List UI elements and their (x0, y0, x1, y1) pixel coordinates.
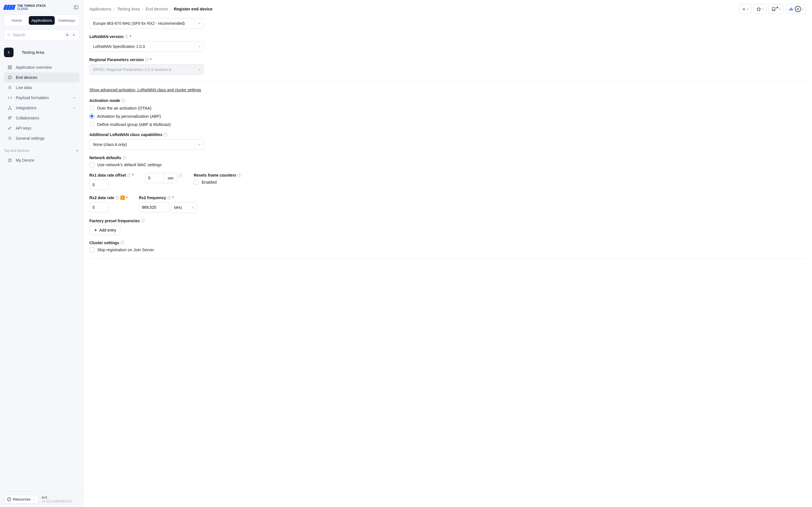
add-menu-button[interactable]: ▾ (739, 4, 751, 14)
rx2-frequency-unit-select[interactable]: MHz (171, 202, 197, 213)
help-icon[interactable]: ? (121, 99, 125, 103)
activation-abp-radio[interactable]: Activation by personalization (ABP) (89, 114, 806, 119)
resources-button[interactable]: Resources (4, 495, 39, 504)
star-menu-button[interactable]: ▾ (754, 4, 766, 14)
nav-integrations[interactable]: Integrations (4, 103, 80, 113)
help-icon[interactable]: ? (145, 58, 149, 62)
warning-icon[interactable]: ! (120, 195, 125, 200)
breadcrumb-current: Register end device (174, 7, 213, 11)
breadcrumb-applications[interactable]: Applications (89, 7, 111, 11)
plus-icon (742, 7, 746, 11)
rx2-frequency-input[interactable] (139, 202, 169, 212)
breadcrumb: Applications › Testing Area › End device… (89, 7, 213, 11)
frequency-plan-select[interactable]: Europe 863-870 MHz (SF9 for RX2 - recomm… (89, 18, 204, 29)
chevron-down-icon (195, 139, 203, 150)
nav-live-data[interactable]: Live data (4, 82, 80, 93)
help-icon[interactable]: ? (115, 196, 119, 200)
nav-payload-formatters[interactable]: Payload formatters (4, 93, 80, 103)
top-end-devices-header: Top end devices (4, 149, 29, 153)
svg-point-23 (8, 117, 10, 118)
help-icon[interactable]: ? (141, 219, 145, 223)
svg-rect-45 (790, 8, 791, 11)
class-capabilities-select[interactable]: None (class A only) (89, 139, 204, 150)
search-input[interactable] (13, 33, 62, 37)
add-entry-button[interactable]: Add entry (89, 225, 120, 235)
gear-icon (7, 136, 12, 141)
cluster-settings-label: Cluster settings (89, 240, 119, 245)
integrations-icon (7, 105, 12, 110)
nav-general-settings[interactable]: General settings (4, 133, 80, 144)
add-top-device-button[interactable] (75, 149, 80, 153)
nav-collaborators[interactable]: Collaborators (4, 113, 80, 123)
tab-home[interactable]: Home (5, 16, 28, 25)
code-icon (7, 95, 12, 100)
rx1-delay-unit: sec (164, 173, 177, 183)
advanced-settings-toggle[interactable]: Show advanced activation, LoRaWAN class … (89, 88, 201, 92)
svg-point-26 (9, 138, 10, 139)
chevron-down-icon (195, 18, 203, 29)
checkbox-icon (89, 247, 94, 252)
checkbox-icon (89, 162, 94, 167)
activation-multicast-radio[interactable]: Define multicast group (ABP & Multicast) (89, 122, 806, 127)
lorawan-version-select[interactable]: LoRaWAN Specification 1.0.3 (89, 41, 204, 52)
help-icon[interactable]: ? (238, 173, 241, 177)
chevron-down-icon: ▾ (747, 8, 749, 11)
nav-end-devices[interactable]: End devices (4, 72, 80, 82)
inbox-menu-button[interactable]: ▾ (769, 4, 783, 14)
chevron-down-icon (195, 64, 203, 75)
activation-otaa-radio[interactable]: Over the air activation (OTAA) (89, 106, 806, 110)
help-icon[interactable]: ? (167, 196, 171, 200)
user-menu-button[interactable]: ▾ (786, 4, 806, 14)
regional-parameters-label: Regional Parameters version (89, 57, 144, 62)
breadcrumb-testing-area[interactable]: Testing Area (117, 7, 140, 11)
divider (89, 81, 806, 81)
help-icon[interactable]: ? (122, 156, 126, 160)
search-icon (7, 33, 10, 37)
checkbox-icon (194, 180, 199, 185)
skip-join-server-checkbox[interactable]: Skip registration on Join Server (89, 247, 806, 252)
rx1-delay-input[interactable] (145, 173, 164, 183)
help-icon[interactable]: ? (163, 133, 167, 136)
rx1-offset-input[interactable] (89, 180, 109, 190)
resets-frame-counters-checkbox[interactable]: Enabled (194, 180, 241, 185)
svg-rect-29 (9, 159, 11, 161)
key-icon (7, 126, 12, 131)
inbox-icon (771, 7, 776, 11)
network-defaults-checkbox[interactable]: Use network's default MAC settings (89, 162, 806, 167)
svg-rect-4 (8, 66, 10, 67)
cluster-icon (789, 7, 794, 11)
svg-point-20 (10, 106, 10, 107)
tab-gateways[interactable]: Gateways (55, 16, 78, 25)
rx2-data-rate-input[interactable] (89, 202, 109, 212)
top-device-my-device[interactable]: My Device (4, 155, 80, 165)
sidebar-collapse-button[interactable] (73, 4, 80, 11)
resets-frame-counters-label: Resets frame counters (194, 173, 236, 177)
search-box[interactable]: ⌘ K (4, 30, 80, 40)
avatar-icon (795, 6, 801, 12)
tab-applications[interactable]: Applications (29, 16, 55, 25)
app-nav: Application overview End devices Live da… (0, 62, 84, 144)
rx2-data-rate-label: Rx2 data rate (89, 195, 114, 200)
back-button[interactable] (4, 48, 13, 57)
activation-mode-label: Activation mode (89, 98, 120, 103)
rx1-offset-label: Rx1 data rate offset (89, 173, 126, 177)
help-icon[interactable]: ? (124, 35, 129, 39)
svg-rect-44 (789, 9, 790, 11)
required-indicator: * (130, 34, 131, 39)
help-icon[interactable]: ? (120, 241, 124, 245)
chevron-down-icon: ▾ (779, 8, 781, 11)
required-indicator: * (172, 195, 174, 200)
nav-application-overview[interactable]: Application overview (4, 62, 80, 72)
svg-point-24 (10, 117, 11, 118)
list-icon (7, 85, 12, 90)
nav-api-keys[interactable]: API keys (4, 123, 80, 133)
breadcrumb-end-devices[interactable]: End devices (146, 7, 168, 11)
regional-parameters-select: RP001 Regional Parameters 1.0.3 revision… (89, 64, 204, 75)
grid-icon (7, 65, 12, 70)
brand-logo[interactable]: THE THINGS STACK CLOUD (4, 4, 46, 10)
required-indicator: * (132, 173, 134, 177)
svg-point-22 (11, 109, 11, 110)
help-icon[interactable]: ? (127, 173, 131, 177)
help-icon[interactable]: ? (179, 173, 183, 177)
svg-rect-47 (792, 9, 793, 10)
